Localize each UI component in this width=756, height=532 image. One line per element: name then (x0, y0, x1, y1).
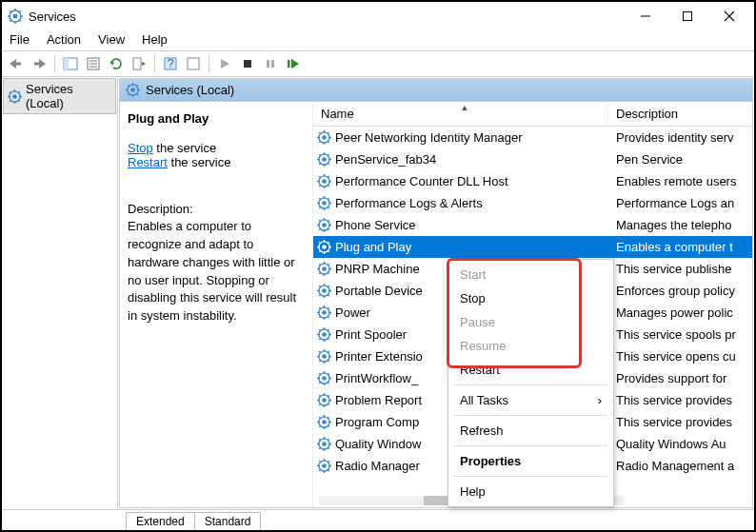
submenu-arrow-icon: › (598, 393, 602, 407)
service-name: PenService_fab34 (335, 152, 436, 167)
properties-button[interactable] (83, 53, 104, 74)
titlebar[interactable]: Services (2, 2, 754, 30)
svg-rect-39 (188, 58, 199, 69)
svg-text:?: ? (167, 56, 173, 70)
service-name: Print Spooler (335, 327, 407, 342)
ctx-help[interactable]: Help (450, 480, 611, 503)
sort-indicator-icon: ▲ (461, 103, 469, 112)
restart-service-button[interactable] (283, 53, 304, 74)
svg-rect-41 (244, 60, 251, 68)
svg-marker-36 (142, 62, 146, 66)
menu-view[interactable]: View (98, 32, 125, 47)
ctx-start: Start (450, 263, 611, 286)
detail-panel: Plug and Play Stop the service Restart t… (120, 102, 312, 507)
gear-icon (317, 218, 331, 232)
toolbar: ? (2, 50, 754, 77)
svg-marker-45 (291, 59, 299, 69)
ctx-restart[interactable]: Restart (450, 358, 611, 382)
service-name: Radio Manager (335, 459, 420, 473)
service-name: Printer Extensio (335, 349, 423, 364)
svg-rect-27 (34, 63, 39, 66)
gear-icon (317, 371, 331, 385)
service-row[interactable]: Performance Logs & AlertsPerformance Log… (313, 192, 752, 214)
menubar: File Action View Help (2, 30, 754, 50)
svg-rect-43 (271, 60, 274, 68)
description-text: Enables a computer to recognize and adap… (128, 218, 305, 325)
gear-icon (317, 305, 331, 320)
context-menu: Start Stop Pause Resume Restart All Task… (448, 259, 614, 507)
tree-root-item[interactable]: Services (Local) (3, 78, 116, 114)
service-description: Quality Windows Au (608, 437, 752, 451)
service-name: PNRP Machine (335, 262, 420, 276)
service-row[interactable]: Phone ServiceManages the telepho (313, 214, 752, 236)
service-name: Portable Device (335, 284, 423, 298)
service-row[interactable]: Peer Networking Identity ManagerProvides… (313, 127, 752, 148)
gear-icon (317, 196, 331, 210)
service-name: Program Comp (335, 415, 419, 429)
restart-link[interactable]: Restart (128, 155, 168, 169)
service-name: Peer Networking Identity Manager (335, 130, 523, 145)
service-row[interactable]: Plug and PlayEnables a computer t (313, 236, 752, 258)
service-description: Manages power polic (608, 305, 752, 320)
service-description: This service opens cu (608, 349, 752, 364)
service-name: Problem Report (335, 393, 422, 407)
export-button[interactable] (129, 53, 149, 74)
column-name[interactable]: Name ▲ (313, 102, 608, 126)
service-name: Phone Service (335, 218, 416, 232)
menu-file[interactable]: File (10, 32, 30, 47)
service-description: Provides identity serv (608, 130, 752, 145)
menu-help[interactable]: Help (142, 32, 168, 47)
ctx-resume: Resume (450, 334, 611, 358)
service-description: Radio Management a (608, 459, 752, 473)
svg-rect-44 (288, 60, 290, 68)
close-button[interactable] (708, 3, 750, 30)
service-row[interactable]: PenService_fab34Pen Service (313, 148, 752, 170)
column-description[interactable]: Description (608, 102, 752, 126)
service-row[interactable]: Performance Counter DLL HostEnables remo… (313, 170, 752, 192)
service-description: This service provides (608, 393, 752, 407)
stop-link[interactable]: Stop (128, 141, 153, 155)
service-description: Provides support for (608, 371, 752, 385)
svg-rect-25 (16, 63, 21, 66)
ctx-stop[interactable]: Stop (450, 286, 611, 310)
nav-back-button[interactable] (6, 53, 27, 74)
show-hide-tree-button[interactable] (60, 53, 81, 74)
menu-action[interactable]: Action (47, 32, 81, 47)
selected-service-name: Plug and Play (128, 111, 305, 126)
start-service-button[interactable] (214, 53, 235, 74)
service-description: Pen Service (608, 152, 752, 167)
gear-icon (317, 130, 331, 145)
tab-extended[interactable]: Extended (126, 512, 194, 530)
refresh-button[interactable] (106, 53, 127, 74)
window-title: Services (29, 10, 625, 24)
service-name: Quality Window (335, 437, 421, 451)
service-name: Performance Logs & Alerts (335, 196, 483, 210)
body-area: Services (Local) Services (Local) Plug a… (2, 77, 754, 509)
pane-title: Services (Local) (146, 83, 234, 97)
service-name: Power (335, 305, 370, 320)
ctx-properties[interactable]: Properties (450, 449, 611, 473)
maximize-button[interactable] (666, 3, 708, 30)
nav-forward-button[interactable] (29, 53, 50, 74)
stop-service-button[interactable] (237, 53, 258, 74)
service-description: Enables remote users (608, 174, 752, 188)
service-description: Manages the telepho (608, 218, 752, 232)
help-button[interactable]: ? (160, 53, 181, 74)
service-description: Enables a computer t (608, 240, 752, 254)
minimize-button[interactable] (625, 3, 666, 30)
column-headers: Name ▲ Description (313, 102, 752, 127)
help2-button[interactable] (183, 53, 204, 74)
ctx-all-tasks[interactable]: All Tasks› (450, 388, 611, 412)
svg-rect-35 (133, 58, 141, 69)
description-label: Description: (128, 202, 305, 216)
gear-icon (317, 240, 331, 254)
gear-icon (317, 152, 331, 167)
service-description: This service provides (608, 415, 752, 429)
gear-icon (317, 284, 331, 298)
tab-standard[interactable]: Standard (194, 512, 262, 530)
pause-service-button[interactable] (260, 53, 281, 74)
ctx-refresh[interactable]: Refresh (450, 419, 611, 443)
service-description: Enforces group policy (608, 284, 752, 298)
gear-icon (8, 89, 22, 104)
ctx-pause: Pause (450, 310, 611, 334)
